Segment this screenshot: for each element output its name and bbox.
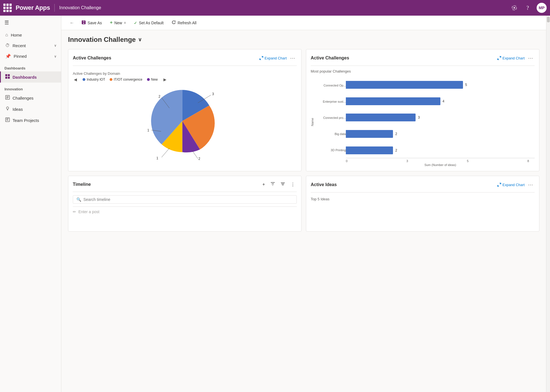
bar-y-label-2: Enterprise sust... <box>323 95 346 108</box>
x-tick-3: 3 <box>406 159 408 163</box>
legend-label-2: IT/OT convergence <box>114 78 143 81</box>
save-as-label: Save As <box>88 21 102 25</box>
pie-legend-prev[interactable]: ◀ <box>73 77 78 82</box>
dashboards-icon <box>5 74 10 80</box>
pie-chart-subtitle: Active Challenges by Domain <box>73 71 297 76</box>
chart-1-more-button[interactable]: ⋯ <box>288 54 297 62</box>
section-dashboards: Dashboards <box>0 62 61 71</box>
x-axis: 0 3 5 8 Sum (Number of ideas) <box>346 158 535 167</box>
chart-card-2-title: Active Challenges <box>311 56 496 61</box>
settings-icon[interactable] <box>510 3 519 12</box>
bar-fill-3 <box>346 114 416 121</box>
bar-y-label-4: Big data <box>335 128 346 140</box>
pie-legend-item-3: New <box>147 78 158 81</box>
page-title: Innovation Challenge ∨ <box>68 36 539 44</box>
chart-card-2: Active Challenges Expand Chart ⋯ Most po… <box>306 49 539 171</box>
x-tick-8: 8 <box>527 159 529 163</box>
svg-text:1: 1 <box>147 128 149 132</box>
timeline-sort-button[interactable] <box>279 181 287 188</box>
sidebar-item-team-projects-label: Team Projects <box>13 118 39 123</box>
bar-rows: 5 4 3 <box>346 77 535 158</box>
bar-y-labels: Connected Op... Enterprise sust... Conne… <box>315 77 346 167</box>
sidebar-item-ideas[interactable]: Ideas <box>0 104 61 115</box>
top-navbar: Power Apps Innovation Challenge ? MP <box>0 0 550 16</box>
chart-3-expand-label: Expand Chart <box>503 183 525 187</box>
svg-rect-11 <box>6 118 9 122</box>
sidebar-item-recent-label: Recent <box>13 43 26 48</box>
user-avatar[interactable]: MP <box>537 3 547 13</box>
chart-1-expand-button[interactable]: Expand Chart <box>258 55 289 61</box>
sidebar-toggle[interactable]: ☰ <box>0 16 61 27</box>
legend-dot-3 <box>147 78 150 81</box>
new-button[interactable]: + New ∨ <box>106 18 129 27</box>
bar-y-label-5: 3D Printing <box>331 144 346 156</box>
svg-text:1: 1 <box>156 156 158 160</box>
sidebar-item-dashboards[interactable]: Dashboards <box>0 71 61 83</box>
chart-2-expand-button[interactable]: Expand Chart <box>496 55 527 61</box>
pie-chart-section: Active Challenges by Domain ◀ Industry I… <box>73 69 297 165</box>
bar-y-label-3: Connected pro... <box>323 112 346 124</box>
bar-row-5: 2 <box>346 144 535 157</box>
svg-point-8 <box>6 107 9 109</box>
chart-card-2-header: Active Challenges Expand Chart ⋯ <box>311 54 535 66</box>
timeline-filter-button[interactable] <box>269 181 277 188</box>
chart-card-3-title: Active Ideas <box>311 182 496 187</box>
apps-grid-button[interactable] <box>3 4 12 12</box>
svg-text:3: 3 <box>212 92 214 96</box>
bar-y-axis-label: Name <box>311 77 314 167</box>
toolbar: ← Save As + New ∨ ✓ Set As Default Re <box>61 16 546 30</box>
timeline-post-placeholder[interactable]: Enter a post <box>78 210 100 214</box>
timeline-add-button[interactable]: + <box>261 181 267 188</box>
scrollbar[interactable] <box>546 16 550 392</box>
refresh-label: Refresh All <box>178 21 197 25</box>
chart-card-1-title: Active Challenges <box>73 56 258 61</box>
pie-legend-next[interactable]: ▶ <box>162 77 168 82</box>
timeline-post-row: ✏ Enter a post <box>73 206 297 214</box>
sidebar-item-pinned[interactable]: 📌 Pinned ∨ <box>0 51 61 62</box>
dashboard-grid: Active Challenges Expand Chart ⋯ Active … <box>68 49 539 232</box>
save-as-button[interactable]: Save As <box>78 18 105 27</box>
chart-card-3: Active Ideas Expand Chart ⋯ Top 5 Ideas <box>306 176 539 232</box>
save-as-icon <box>81 20 86 26</box>
chart-2-more-button[interactable]: ⋯ <box>526 54 535 62</box>
sidebar-item-dashboards-label: Dashboards <box>13 75 37 80</box>
bar-value-2: 4 <box>443 99 445 103</box>
scrollbar-thumb[interactable] <box>547 17 550 22</box>
back-button[interactable]: ← <box>67 19 77 27</box>
pinned-icon: 📌 <box>5 54 11 59</box>
bar-value-3: 3 <box>418 116 420 119</box>
chart-card-1-header: Active Challenges Expand Chart ⋯ <box>73 54 297 66</box>
ideas-icon <box>5 106 10 112</box>
bar-chart-subtitle: Most popular Challenges <box>311 69 535 73</box>
help-icon[interactable]: ? <box>523 3 532 12</box>
sidebar-nav: ⌂ Home ⏱ Recent ∨ 📌 Pinned ∨ Dashboards … <box>0 27 61 128</box>
timeline-search-icon: 🔍 <box>76 197 81 202</box>
sidebar-item-recent[interactable]: ⏱ Recent ∨ <box>0 40 61 51</box>
bar-chart-wrapper: Name Connected Op... Enterprise sust... … <box>311 77 535 167</box>
page-name: Innovation Challenge <box>59 5 510 10</box>
timeline-more-button[interactable]: ⋮ <box>289 181 297 188</box>
nav-divider <box>54 4 55 12</box>
chart-3-more-button[interactable]: ⋯ <box>526 181 535 189</box>
refresh-button[interactable]: Refresh All <box>168 18 200 27</box>
chart-3-expand-button[interactable]: Expand Chart <box>496 182 527 188</box>
timeline-header: Timeline + ⋮ <box>73 181 297 192</box>
pie-legend-item-1: Industry IOT <box>83 78 105 81</box>
page-title-chevron-icon[interactable]: ∨ <box>138 37 142 43</box>
set-default-button[interactable]: ✓ Set As Default <box>131 19 167 27</box>
legend-dot-1 <box>83 78 85 81</box>
refresh-icon <box>172 20 176 26</box>
x-axis-label: Sum (Number of ideas) <box>346 163 535 167</box>
svg-rect-0 <box>5 74 7 76</box>
timeline-search-input[interactable] <box>83 197 293 202</box>
set-default-label: Set As Default <box>139 21 164 25</box>
legend-label-1: Industry IOT <box>87 78 105 81</box>
pie-chart-svg: 3 2 2 1 <box>146 87 224 160</box>
chart-card-1: Active Challenges Expand Chart ⋯ Active … <box>68 49 301 171</box>
sidebar-item-pinned-label: Pinned <box>14 54 27 59</box>
sidebar-item-challenges[interactable]: Challenges <box>0 92 61 104</box>
bar-fill-2 <box>346 97 440 105</box>
sidebar-item-team-projects[interactable]: Team Projects <box>0 115 61 126</box>
bar-row-4: 2 <box>346 128 535 140</box>
sidebar-item-home[interactable]: ⌂ Home <box>0 30 61 40</box>
